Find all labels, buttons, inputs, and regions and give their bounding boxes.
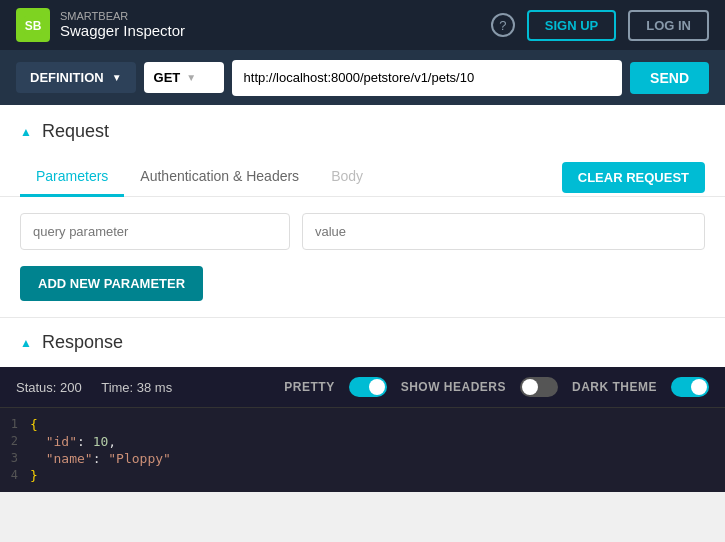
tab-parameters[interactable]: Parameters: [20, 158, 124, 197]
request-section-header[interactable]: ▲ Request: [0, 105, 725, 158]
code-content-2: "id": 10,: [30, 434, 116, 449]
request-toolbar: DEFINITION ▼ GET ▼ SEND: [0, 50, 725, 105]
code-content-1: {: [30, 417, 38, 432]
logo-icon: SB: [16, 8, 50, 42]
app-header: SB SMARTBEAR Swagger Inspector ? SIGN UP…: [0, 0, 725, 50]
pretty-toggle-knob: [369, 379, 385, 395]
svg-text:SB: SB: [25, 19, 42, 33]
pretty-toggle[interactable]: [349, 377, 387, 397]
logo-area: SB SMARTBEAR Swagger Inspector: [16, 8, 185, 42]
request-tabs: Parameters Authentication & Headers Body: [20, 158, 379, 196]
url-input[interactable]: [232, 60, 623, 96]
query-param-input[interactable]: [20, 213, 290, 250]
code-line-4: 4 }: [0, 467, 725, 484]
code-line-3: 3 "name": "Ploppy": [0, 450, 725, 467]
code-line-2: 2 "id": 10,: [0, 433, 725, 450]
time-label: Time: 38 ms: [101, 380, 172, 395]
method-label: GET: [154, 70, 181, 85]
dark-theme-toggle[interactable]: [671, 377, 709, 397]
method-chevron-icon: ▼: [186, 72, 196, 83]
send-button[interactable]: SEND: [630, 62, 709, 94]
help-icon[interactable]: ?: [491, 13, 515, 37]
show-headers-toggle-knob: [522, 379, 538, 395]
code-line-1: 1 {: [0, 416, 725, 433]
collapse-icon: ▲: [20, 125, 32, 139]
tab-auth-headers[interactable]: Authentication & Headers: [124, 158, 315, 197]
params-inputs-row: [0, 197, 725, 266]
header-actions: ? SIGN UP LOG IN: [491, 10, 709, 41]
status-label: Status: 200: [16, 380, 82, 395]
response-section-header[interactable]: ▲ Response: [0, 318, 725, 367]
status-info: Status: 200 Time: 38 ms: [16, 380, 188, 395]
definition-button[interactable]: DEFINITION ▼: [16, 62, 136, 93]
value-input[interactable]: [302, 213, 705, 250]
response-options: PRETTY SHOW HEADERS DARK THEME: [284, 377, 709, 397]
tab-body: Body: [315, 158, 379, 197]
show-headers-toggle[interactable]: [520, 377, 558, 397]
line-num-2: 2: [0, 434, 30, 449]
response-toolbar: Status: 200 Time: 38 ms PRETTY SHOW HEAD…: [0, 367, 725, 408]
code-content-3: "name": "Ploppy": [30, 451, 171, 466]
show-headers-label: SHOW HEADERS: [401, 380, 506, 394]
request-title: Request: [42, 121, 109, 142]
signup-button[interactable]: SIGN UP: [527, 10, 616, 41]
logo-text: SMARTBEAR Swagger Inspector: [60, 10, 185, 40]
main-content: ▲ Request Parameters Authentication & He…: [0, 105, 725, 492]
method-select[interactable]: GET ▼: [144, 62, 224, 93]
response-body: Status: 200 Time: 38 ms PRETTY SHOW HEAD…: [0, 367, 725, 492]
tabs-row: Parameters Authentication & Headers Body…: [0, 158, 725, 197]
response-title: Response: [42, 332, 123, 353]
line-num-3: 3: [0, 451, 30, 466]
pretty-label: PRETTY: [284, 380, 334, 394]
request-section: ▲ Request Parameters Authentication & He…: [0, 105, 725, 318]
dark-theme-label: DARK THEME: [572, 380, 657, 394]
line-num-1: 1: [0, 417, 30, 432]
line-num-4: 4: [0, 468, 30, 483]
chevron-down-icon: ▼: [112, 72, 122, 83]
definition-label: DEFINITION: [30, 70, 104, 85]
login-button[interactable]: LOG IN: [628, 10, 709, 41]
code-area: 1 { 2 "id": 10, 3 "name": "Ploppy": [0, 408, 725, 492]
response-section: ▲ Response Status: 200 Time: 38 ms PRETT…: [0, 318, 725, 492]
add-param-button[interactable]: ADD NEW PARAMETER: [20, 266, 203, 301]
code-content-4: }: [30, 468, 38, 483]
dark-theme-toggle-knob: [691, 379, 707, 395]
clear-request-button[interactable]: CLEAR REQUEST: [562, 162, 705, 193]
response-collapse-icon: ▲: [20, 336, 32, 350]
